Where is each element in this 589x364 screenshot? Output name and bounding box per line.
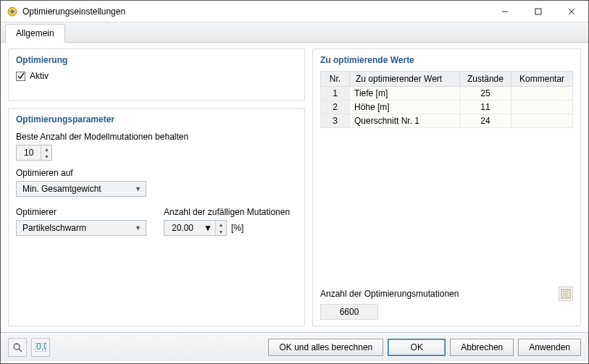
optimize-on-combo[interactable]: Min. Gesamtgewicht ▼ bbox=[16, 181, 146, 197]
col-nr[interactable]: Nr. bbox=[321, 72, 350, 87]
close-button[interactable] bbox=[555, 1, 588, 22]
group-values-title: Zu optimierende Werte bbox=[320, 55, 573, 65]
cell-nr: 3 bbox=[321, 114, 350, 128]
rand-mut-value: 20.00 bbox=[164, 223, 201, 233]
cell-nr: 2 bbox=[321, 101, 350, 114]
bottombar: 0,00 OK und alles berechnen OK Abbrechen… bbox=[1, 332, 588, 361]
cell-comment bbox=[511, 101, 573, 114]
col-comment[interactable]: Kommentar bbox=[511, 72, 573, 87]
help-button[interactable] bbox=[8, 338, 27, 357]
app-icon bbox=[7, 6, 18, 17]
minimize-button[interactable] bbox=[488, 1, 522, 22]
table-row[interactable]: 3Querschnitt Nr. 124 bbox=[321, 114, 573, 128]
group-optimization-title: Optimierung bbox=[16, 55, 297, 65]
col-name[interactable]: Zu optimierender Wert bbox=[350, 72, 460, 87]
mut-count-label: Anzahl der Optimierungsmutationen bbox=[320, 289, 459, 299]
content: Optimierung Aktiv Optimierungsparameter … bbox=[1, 43, 588, 332]
cell-states: 24 bbox=[459, 114, 511, 128]
keep-best-value: 10 bbox=[17, 148, 41, 158]
chevron-down-icon[interactable]: ▼ bbox=[201, 223, 215, 233]
svg-point-9 bbox=[14, 344, 20, 350]
spinner-up-icon[interactable]: ▲ bbox=[216, 221, 226, 228]
optimizer-value: Partikelschwarm bbox=[22, 223, 86, 233]
svg-text:0,00: 0,00 bbox=[36, 343, 46, 352]
table-row[interactable]: 1Tiefe [m]25 bbox=[321, 87, 573, 101]
cell-name: Tiefe [m] bbox=[350, 87, 460, 101]
tab-general[interactable]: Allgemein bbox=[5, 24, 65, 43]
spinner-down-icon[interactable]: ▼ bbox=[216, 228, 226, 235]
group-params: Optimierungsparameter Beste Anzahl der M… bbox=[8, 108, 305, 326]
optimizer-label: Optimierer bbox=[16, 207, 149, 217]
spinner-up-icon[interactable]: ▲ bbox=[41, 145, 51, 153]
titlebar: Optimierungseinstellungen bbox=[1, 1, 588, 22]
cell-name: Querschnitt Nr. 1 bbox=[350, 114, 460, 128]
ok-button[interactable]: OK bbox=[388, 339, 446, 356]
rand-mut-spinner[interactable]: 20.00 ▼ ▲ ▼ bbox=[164, 220, 227, 236]
maximize-button[interactable] bbox=[522, 1, 555, 22]
cell-states: 11 bbox=[459, 101, 511, 114]
spinner-down-icon[interactable]: ▼ bbox=[41, 153, 51, 160]
rand-mut-label: Anzahl der zufälligen Mutationen bbox=[164, 207, 297, 217]
group-values: Zu optimierende Werte Nr. Zu optimierend… bbox=[312, 48, 581, 326]
tabstrip: Allgemein bbox=[1, 22, 588, 43]
mut-count-value: 6600 bbox=[320, 304, 378, 320]
cell-states: 25 bbox=[459, 87, 511, 101]
calculate-icon[interactable] bbox=[559, 287, 573, 301]
col-states[interactable]: Zustände bbox=[459, 72, 511, 87]
active-label: Aktiv bbox=[30, 71, 49, 81]
cell-comment bbox=[511, 87, 573, 101]
window-title: Optimierungseinstellungen bbox=[22, 7, 488, 17]
rand-mut-unit: [%] bbox=[231, 223, 243, 233]
cell-nr: 1 bbox=[321, 87, 350, 101]
apply-button[interactable]: Anwenden bbox=[518, 339, 581, 356]
keep-best-spinner[interactable]: 10 ▲ ▼ bbox=[16, 145, 52, 161]
values-table[interactable]: Nr. Zu optimierender Wert Zustände Komme… bbox=[320, 71, 573, 128]
group-optimization: Optimierung Aktiv bbox=[8, 48, 305, 101]
cell-name: Höhe [m] bbox=[350, 101, 460, 114]
keep-best-label: Beste Anzahl der Modellmutationen behalt… bbox=[16, 132, 297, 142]
cancel-button[interactable]: Abbrechen bbox=[450, 339, 514, 356]
optimize-on-label: Optimieren auf bbox=[16, 168, 297, 178]
active-checkbox[interactable] bbox=[16, 72, 25, 81]
table-row[interactable]: 2Höhe [m]11 bbox=[321, 101, 573, 114]
chevron-down-icon: ▼ bbox=[135, 224, 141, 232]
optimize-on-value: Min. Gesamtgewicht bbox=[22, 184, 101, 194]
group-params-title: Optimierungsparameter bbox=[16, 114, 297, 124]
cell-comment bbox=[511, 114, 573, 128]
svg-line-10 bbox=[19, 349, 22, 352]
chevron-down-icon: ▼ bbox=[135, 185, 141, 192]
svg-rect-2 bbox=[535, 9, 541, 14]
units-button[interactable]: 0,00 bbox=[31, 338, 50, 357]
ok-calc-button[interactable]: OK und alles berechnen bbox=[268, 339, 383, 356]
optimizer-combo[interactable]: Partikelschwarm ▼ bbox=[16, 220, 146, 236]
